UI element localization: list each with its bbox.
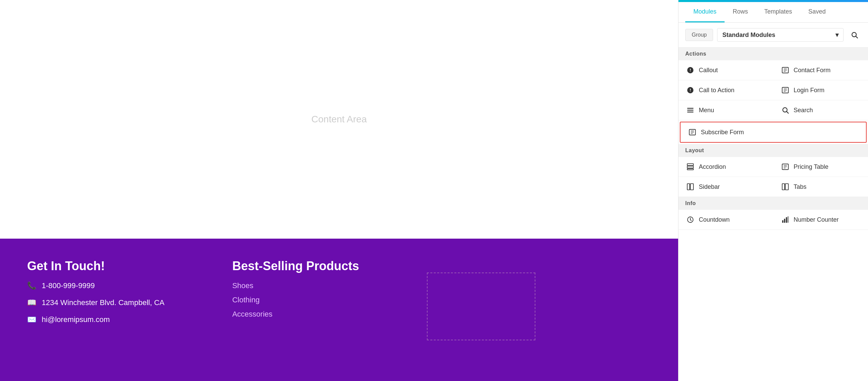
svg-line-14 bbox=[787, 112, 788, 113]
svg-rect-26 bbox=[687, 184, 690, 190]
search-label: Search bbox=[794, 107, 813, 114]
footer-contact-title: Get In Touch! bbox=[27, 259, 164, 273]
pricing-table-label: Pricing Table bbox=[794, 163, 829, 171]
call-to-action-label: Call to Action bbox=[699, 87, 734, 94]
section-header-actions: Actions bbox=[678, 47, 868, 60]
menu-icon bbox=[687, 106, 694, 114]
phone-icon: 📞 bbox=[27, 281, 36, 290]
group-row: Group Standard Modules ▾ bbox=[678, 23, 868, 47]
section-header-layout: Layout bbox=[678, 144, 868, 157]
footer-phone-text: 1-800-999-9999 bbox=[42, 281, 95, 290]
section-header-info: Info bbox=[678, 197, 868, 210]
sidebar-icon bbox=[687, 183, 694, 190]
panel-scrollable[interactable]: Actions Callout Contact Form bbox=[678, 47, 868, 381]
subscribe-form-icon bbox=[689, 128, 696, 136]
svg-rect-32 bbox=[784, 219, 785, 223]
module-countdown[interactable]: Countdown bbox=[678, 210, 773, 230]
callout-icon bbox=[687, 66, 694, 74]
main-area: Content Area Get In Touch! 📞 1-800-999-9… bbox=[0, 0, 678, 381]
module-contact-form[interactable]: Contact Form bbox=[773, 60, 868, 80]
footer-links: Shoes Clothing Accessories bbox=[232, 281, 359, 319]
search-icon-button[interactable] bbox=[848, 28, 861, 42]
tabs-label: Tabs bbox=[794, 183, 807, 190]
footer-link-clothing[interactable]: Clothing bbox=[232, 296, 359, 304]
group-dropdown[interactable]: Standard Modules ▾ bbox=[717, 28, 844, 42]
email-icon: ✉️ bbox=[27, 315, 36, 324]
module-login-form[interactable]: Login Form bbox=[773, 80, 868, 100]
footer-email-text: hi@loremipsum.com bbox=[42, 315, 110, 324]
actions-module-grid: Callout Contact Form Call to Action bbox=[678, 60, 868, 120]
accordion-icon bbox=[687, 163, 694, 171]
tab-rows[interactable]: Rows bbox=[725, 2, 756, 22]
svg-rect-28 bbox=[782, 184, 784, 190]
contact-form-icon bbox=[782, 66, 789, 74]
pricing-table-icon bbox=[782, 163, 789, 171]
module-number-counter[interactable]: Number Counter bbox=[773, 210, 868, 230]
svg-rect-31 bbox=[782, 220, 783, 223]
svg-rect-20 bbox=[687, 166, 693, 168]
footer-email: ✉️ hi@loremipsum.com bbox=[27, 315, 164, 324]
layout-module-grid: Accordion Pricing Table Sidebar bbox=[678, 157, 868, 197]
info-module-grid: Countdown Number Counter bbox=[678, 210, 868, 230]
svg-rect-27 bbox=[690, 184, 693, 190]
svg-line-1 bbox=[856, 36, 857, 38]
tab-saved[interactable]: Saved bbox=[800, 2, 834, 22]
counter-icon bbox=[782, 216, 789, 223]
module-sidebar[interactable]: Sidebar bbox=[678, 177, 773, 197]
footer-link-shoes[interactable]: Shoes bbox=[232, 281, 359, 290]
sidebar-label: Sidebar bbox=[699, 183, 720, 190]
countdown-icon bbox=[687, 216, 694, 223]
panel-tabs: Modules Rows Templates Saved bbox=[678, 2, 868, 23]
chevron-down-icon: ▾ bbox=[835, 31, 839, 39]
contact-form-label: Contact Form bbox=[794, 67, 831, 74]
svg-rect-29 bbox=[785, 184, 788, 190]
callout-label: Callout bbox=[699, 67, 718, 74]
footer-address-text: 1234 Winchester Blvd. Campbell, CA bbox=[42, 298, 164, 307]
svg-rect-19 bbox=[687, 164, 693, 166]
svg-rect-21 bbox=[687, 169, 693, 170]
group-button[interactable]: Group bbox=[685, 29, 713, 41]
login-form-icon bbox=[782, 86, 789, 94]
footer-dashed-placeholder bbox=[427, 273, 535, 340]
svg-rect-34 bbox=[788, 216, 788, 223]
right-panel: Modules Rows Templates Saved Group Stand… bbox=[678, 0, 868, 381]
footer: Get In Touch! 📞 1-800-999-9999 📖 1234 Wi… bbox=[0, 239, 678, 381]
content-area-label: Content Area bbox=[311, 114, 367, 125]
tab-templates[interactable]: Templates bbox=[756, 2, 800, 22]
footer-contact-section: Get In Touch! 📞 1-800-999-9999 📖 1234 Wi… bbox=[27, 259, 164, 361]
cta-icon bbox=[687, 86, 694, 94]
footer-link-accessories[interactable]: Accessories bbox=[232, 310, 359, 319]
accordion-label: Accordion bbox=[699, 163, 726, 171]
module-subscribe-form[interactable]: Subscribe Form bbox=[680, 122, 867, 143]
svg-rect-33 bbox=[786, 217, 787, 223]
tabs-icon bbox=[782, 183, 789, 190]
footer-phone: 📞 1-800-999-9999 bbox=[27, 281, 164, 290]
module-callout[interactable]: Callout bbox=[678, 60, 773, 80]
tab-modules[interactable]: Modules bbox=[685, 2, 725, 22]
footer-address: 📖 1234 Winchester Blvd. Campbell, CA bbox=[27, 298, 164, 307]
module-menu[interactable]: Menu bbox=[678, 100, 773, 120]
content-area: Content Area bbox=[0, 0, 678, 239]
countdown-label: Countdown bbox=[699, 216, 730, 223]
footer-products-section: Best-Selling Products Shoes Clothing Acc… bbox=[232, 259, 359, 361]
search-icon bbox=[851, 31, 858, 39]
footer-products-title: Best-Selling Products bbox=[232, 259, 359, 273]
module-tabs[interactable]: Tabs bbox=[773, 177, 868, 197]
login-form-label: Login Form bbox=[794, 87, 825, 94]
menu-label: Menu bbox=[699, 107, 714, 114]
module-call-to-action[interactable]: Call to Action bbox=[678, 80, 773, 100]
module-accordion[interactable]: Accordion bbox=[678, 157, 773, 177]
module-pricing-table[interactable]: Pricing Table bbox=[773, 157, 868, 177]
number-counter-label: Number Counter bbox=[794, 216, 839, 223]
group-dropdown-label: Standard Modules bbox=[722, 32, 775, 39]
search-module-icon bbox=[782, 106, 789, 114]
address-icon: 📖 bbox=[27, 298, 36, 307]
subscribe-form-label: Subscribe Form bbox=[701, 129, 744, 136]
module-search[interactable]: Search bbox=[773, 100, 868, 120]
